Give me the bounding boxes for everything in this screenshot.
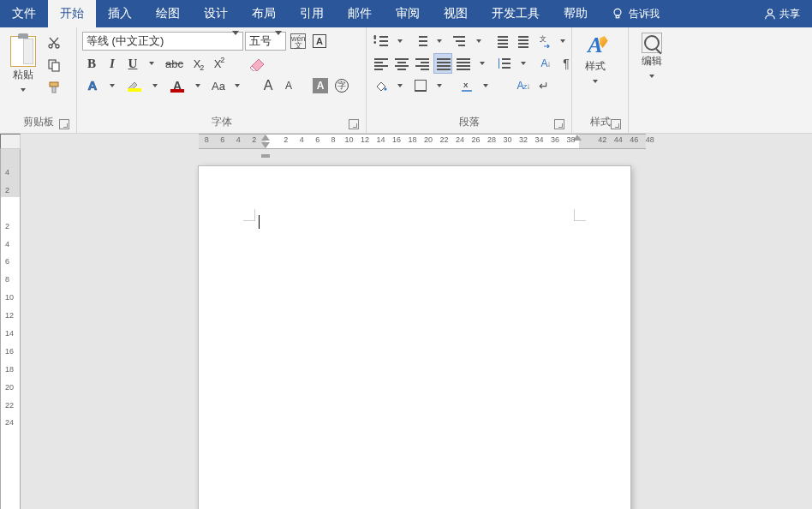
borders-button[interactable] — [411, 75, 430, 96]
superscript-button[interactable]: X — [208, 53, 227, 74]
phonetic-guide-button[interactable]: wén文 — [288, 31, 308, 51]
asian-layout-button[interactable]: X — [457, 75, 476, 96]
text-effects-button[interactable]: A — [82, 75, 103, 96]
tell-me[interactable]: 告诉我 — [600, 0, 672, 27]
enclose-characters-button[interactable]: 字 — [332, 75, 351, 96]
borders-dropdown[interactable] — [430, 75, 449, 96]
tab-help[interactable]: 帮助 — [552, 0, 600, 27]
document-area[interactable] — [21, 149, 812, 509]
font-color-dropdown[interactable] — [188, 75, 207, 96]
underline-button[interactable]: U — [123, 53, 142, 74]
paragraph-marks-button[interactable]: ↵ — [534, 75, 553, 96]
clipboard-dialog-launcher[interactable] — [59, 119, 69, 129]
underline-icon: U — [128, 57, 138, 71]
pilcrow-icon: ↵ — [539, 79, 549, 93]
styles-button[interactable]: A 样式 — [577, 29, 613, 113]
text-effects-dropdown[interactable] — [103, 75, 122, 96]
bold-button[interactable]: B — [82, 53, 101, 74]
tab-insert[interactable]: 插入 — [96, 0, 144, 27]
paragraph-sort-button[interactable]: AZ — [514, 75, 533, 96]
font-size-combo[interactable]: 五号 — [245, 32, 286, 51]
highlight-button[interactable] — [123, 75, 146, 96]
show-marks-button[interactable]: ¶ — [557, 53, 576, 74]
tab-references[interactable]: 引用 — [288, 0, 336, 27]
align-justify-button[interactable] — [433, 53, 452, 74]
font-dialog-launcher[interactable] — [349, 119, 359, 129]
shrink-font-button[interactable]: A — [279, 75, 298, 96]
tab-view[interactable]: 视图 — [432, 0, 480, 27]
tab-home[interactable]: 开始 — [48, 0, 96, 27]
text-direction-button[interactable]: 文 — [534, 31, 553, 51]
superscript-icon: X — [214, 57, 222, 70]
line-spacing-button[interactable] — [495, 53, 514, 74]
clipboard-icon — [10, 36, 36, 67]
bullets-dropdown[interactable] — [391, 31, 409, 51]
share-button[interactable]: 共享 — [752, 0, 812, 27]
svg-point-4 — [56, 45, 59, 48]
multilevel-list-button[interactable] — [451, 31, 469, 51]
shading-button[interactable] — [372, 75, 391, 96]
shading-dropdown[interactable] — [391, 75, 409, 96]
font-color-button[interactable]: A — [166, 75, 188, 96]
align-left-icon — [374, 57, 388, 69]
margin-mark-tl — [243, 209, 255, 221]
tab-developer[interactable]: 开发工具 — [480, 0, 552, 27]
character-shading-button[interactable]: A — [310, 75, 331, 96]
ruler-corner[interactable] — [0, 134, 21, 149]
sort-button[interactable]: A — [536, 53, 555, 74]
text-direction-dropdown[interactable] — [553, 31, 572, 51]
clear-formatting-button[interactable] — [246, 53, 270, 74]
chevron-down-icon — [232, 35, 239, 48]
line-spacing-dropdown[interactable] — [514, 53, 533, 74]
subscript-button[interactable]: X — [188, 53, 206, 74]
tab-design[interactable]: 设计 — [192, 0, 240, 27]
align-center-button[interactable] — [392, 53, 411, 74]
ribbon: 粘贴 剪贴板 等线 (中文正文) 五号 wén文 A B I U a — [0, 27, 812, 134]
decrease-indent-button[interactable] — [492, 31, 510, 51]
align-distributed-button[interactable] — [454, 53, 473, 74]
margin-mark-tr — [574, 209, 586, 221]
subscript-icon: X — [194, 57, 201, 70]
group-font: 等线 (中文正文) 五号 wén文 A B I U abc X X A A Aa — [77, 27, 367, 133]
lightbulb-icon — [612, 8, 624, 20]
change-case-button[interactable]: Aa — [209, 75, 228, 96]
character-border-button[interactable]: A — [310, 31, 329, 51]
change-case-icon: Aa — [212, 80, 225, 93]
multilevel-dropdown[interactable] — [469, 31, 488, 51]
bullets-button[interactable] — [372, 31, 391, 51]
group-font-label: 字体 — [82, 113, 361, 133]
editing-button[interactable]: 编辑 — [634, 29, 670, 116]
paragraph-dialog-launcher[interactable] — [554, 119, 564, 129]
copy-button[interactable] — [45, 55, 63, 75]
cut-button[interactable] — [45, 33, 63, 53]
change-case-dropdown[interactable] — [228, 75, 247, 96]
outdent-icon — [494, 35, 508, 47]
align-right-button[interactable] — [413, 53, 432, 74]
grow-font-button[interactable]: A — [259, 75, 278, 96]
paste-button[interactable]: 粘贴 — [5, 29, 41, 113]
format-painter-button[interactable] — [45, 77, 63, 98]
highlight-dropdown[interactable] — [146, 75, 164, 96]
tab-layout[interactable]: 布局 — [240, 0, 288, 27]
align-left-button[interactable] — [372, 53, 391, 74]
group-editing-label — [634, 116, 677, 133]
font-name-combo[interactable]: 等线 (中文正文) — [82, 32, 243, 51]
italic-button[interactable]: I — [103, 53, 122, 74]
underline-dropdown[interactable] — [142, 53, 161, 74]
svg-rect-7 — [50, 82, 58, 87]
strikethrough-button[interactable]: abc — [163, 53, 186, 74]
highlight-icon — [126, 80, 143, 92]
tab-file[interactable]: 文件 — [0, 0, 48, 27]
align-distributed-dropdown[interactable] — [473, 53, 492, 74]
styles-dialog-launcher[interactable] — [611, 119, 621, 129]
horizontal-ruler[interactable]: 8642246810121416182022242628303234363842… — [21, 134, 812, 149]
tab-draw[interactable]: 绘图 — [144, 0, 192, 27]
increase-indent-button[interactable] — [512, 31, 531, 51]
numbering-dropdown[interactable] — [430, 31, 449, 51]
tab-mailings[interactable]: 邮件 — [336, 0, 384, 27]
numbering-button[interactable] — [411, 31, 430, 51]
tab-review[interactable]: 审阅 — [384, 0, 432, 27]
vertical-ruler[interactable]: 4224681012141618202224 — [0, 149, 21, 509]
asian-layout-dropdown[interactable] — [476, 75, 495, 96]
page[interactable] — [199, 166, 630, 509]
